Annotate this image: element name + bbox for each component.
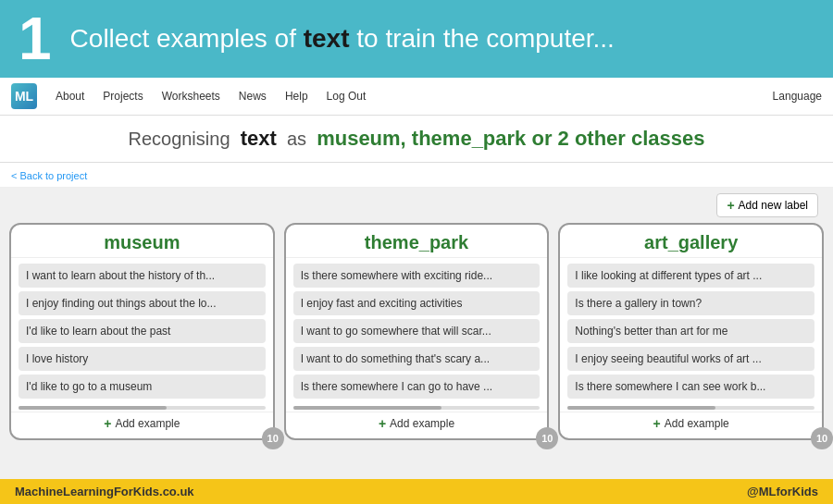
footer-left: MachineLearningForKids.co.uk: [15, 485, 194, 498]
header-bold-word: text: [304, 24, 350, 53]
list-item[interactable]: I like looking at different types of art…: [567, 264, 814, 288]
list-item[interactable]: I'd like to learn about the past: [19, 319, 266, 343]
column-museum: museumI want to learn about the history …: [9, 223, 275, 440]
add-example-label: Add example: [665, 417, 729, 430]
header-number: 1: [19, 9, 52, 68]
list-item[interactable]: I want to learn about the history of th.…: [19, 264, 266, 288]
list-item[interactable]: Is there a gallery in town?: [567, 291, 814, 315]
header-text-before: Collect examples of: [70, 24, 304, 53]
subtitle-bold: text: [241, 127, 277, 150]
list-item[interactable]: I enjoy seeing beautiful works of art ..…: [567, 347, 814, 371]
add-example-button-theme_park[interactable]: + Add example: [379, 416, 454, 431]
add-example-button-art_gallery[interactable]: + Add example: [653, 416, 729, 431]
list-item[interactable]: Is there somewhere I can go to have ...: [293, 375, 541, 399]
list-item[interactable]: I enjoy finding out things about the lo.…: [19, 291, 266, 315]
scrollbar-thumb: [19, 406, 167, 410]
subtitle-middle: as: [287, 129, 306, 149]
main-content: museumI want to learn about the history …: [0, 223, 833, 448]
list-item[interactable]: I'd like to go to a museum: [19, 375, 266, 399]
list-item[interactable]: I want to go somewhere that will scar...: [293, 319, 541, 343]
navbar: ML About Projects Worksheets News Help L…: [0, 78, 833, 116]
toolbar: + Add new label: [0, 188, 833, 223]
nav-logo: ML: [11, 83, 37, 109]
column-footer-museum: + Add example: [11, 412, 273, 431]
column-footer-theme_park: + Add example: [286, 412, 548, 431]
header-banner: 1 Collect examples of text to train the …: [0, 0, 833, 78]
column-title-theme_park: theme_park: [286, 225, 548, 258]
column-items-museum: I want to learn about the history of th.…: [11, 258, 273, 404]
column-items-art_gallery: I like looking at different types of art…: [560, 258, 822, 404]
scrollbar[interactable]: [19, 406, 266, 410]
column-footer-art_gallery: + Add example: [560, 412, 822, 431]
list-item[interactable]: I love history: [19, 347, 266, 371]
column-title-art_gallery: art_gallery: [560, 225, 822, 258]
back-link-bar: < Back to project: [0, 163, 833, 188]
list-item[interactable]: Is there somewhere with exciting ride...: [293, 264, 541, 288]
count-badge-museum: 10: [262, 427, 284, 449]
add-example-button-museum[interactable]: + Add example: [104, 416, 180, 431]
nav-about[interactable]: About: [48, 86, 92, 106]
nav-news[interactable]: News: [231, 86, 274, 106]
list-item[interactable]: I enjoy fast and exciting activities: [293, 291, 541, 315]
add-label-text: Add new label: [739, 199, 808, 212]
scrollbar-thumb: [293, 406, 441, 410]
scrollbar[interactable]: [293, 406, 541, 410]
scrollbar[interactable]: [567, 406, 814, 410]
nav-language[interactable]: Language: [773, 90, 822, 103]
plus-icon: +: [104, 416, 111, 431]
nav-worksheets[interactable]: Worksheets: [155, 86, 228, 106]
add-label-button[interactable]: + Add new label: [716, 193, 818, 217]
header-text: Collect examples of text to train the co…: [70, 24, 615, 54]
column-art_gallery: art_galleryI like looking at different t…: [558, 223, 824, 440]
plus-icon: +: [653, 416, 661, 431]
list-item[interactable]: Nothing's better than art for me: [567, 319, 814, 343]
nav-help[interactable]: Help: [278, 86, 316, 106]
plus-icon: +: [379, 416, 386, 431]
count-badge-art_gallery: 10: [811, 427, 833, 449]
scrollbar-thumb: [567, 406, 715, 410]
add-example-label: Add example: [115, 417, 180, 430]
nav-projects[interactable]: Projects: [95, 86, 150, 106]
list-item[interactable]: Is there somewhere I can see work b...: [567, 375, 814, 399]
back-link[interactable]: < Back to project: [11, 170, 87, 181]
nav-logout[interactable]: Log Out: [319, 86, 374, 106]
column-theme_park: theme_parkIs there somewhere with exciti…: [284, 223, 550, 440]
plus-icon: +: [727, 198, 734, 213]
subtitle-prefix: Recognising: [128, 129, 230, 149]
column-title-museum: museum: [11, 225, 273, 258]
footer-right: @MLforKids: [747, 485, 818, 498]
subtitle-bar: Recognising text as museum, theme_park o…: [0, 116, 833, 163]
subtitle-classes: museum, theme_park or 2 other classes: [317, 127, 704, 150]
list-item[interactable]: I want to do something that's scary a...: [293, 347, 541, 371]
column-items-theme_park: Is there somewhere with exciting ride...…: [286, 258, 548, 404]
header-text-after: to train the computer...: [350, 24, 615, 53]
add-example-label: Add example: [390, 417, 454, 430]
footer: MachineLearningForKids.co.uk @MLforKids: [0, 479, 833, 504]
count-badge-theme_park: 10: [536, 427, 558, 449]
